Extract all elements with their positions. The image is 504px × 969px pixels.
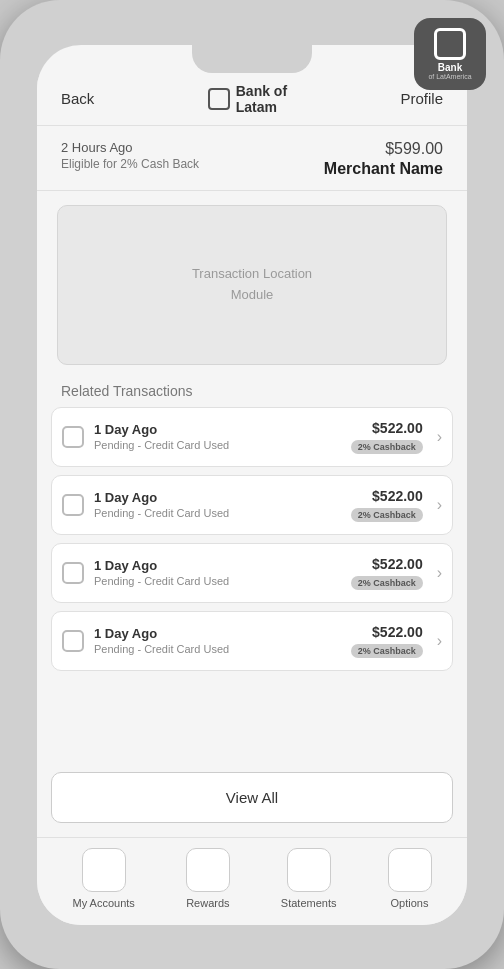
nav-item-options[interactable]: Options [388, 848, 432, 909]
txn-right: $599.00 Merchant Name [324, 140, 443, 178]
td-time: 1 Day Ago [94, 626, 341, 641]
bottom-nav: My Accounts Rewards Statements Options [37, 837, 467, 925]
nav-label: Statements [281, 897, 337, 909]
map-module: Transaction LocationModule [57, 205, 447, 365]
td-badge: 2% Cashback [351, 508, 423, 522]
td-badge: 2% Cashback [351, 440, 423, 454]
txn-left: 2 Hours Ago Eligible for 2% Cash Back [61, 140, 199, 171]
txn-right-col: $522.00 2% Cashback [351, 556, 423, 590]
view-all-wrap: View All [37, 762, 467, 837]
txn-list: 1 Day Ago Pending - Credit Card Used $52… [37, 407, 467, 762]
nav-icon [82, 848, 126, 892]
view-all-button[interactable]: View All [51, 772, 453, 823]
txn-checkbox[interactable] [62, 426, 84, 448]
map-label: Transaction LocationModule [192, 264, 312, 306]
td-status: Pending - Credit Card Used [94, 575, 341, 587]
txn-time: 2 Hours Ago [61, 140, 199, 155]
td-amount: $522.00 [372, 488, 423, 504]
nav-label: Rewards [186, 897, 229, 909]
txn-card[interactable]: 1 Day Ago Pending - Credit Card Used $52… [51, 407, 453, 467]
header: Back Bank of Latam Profile [37, 73, 467, 126]
td-time: 1 Day Ago [94, 558, 341, 573]
txn-card[interactable]: 1 Day Ago Pending - Credit Card Used $52… [51, 475, 453, 535]
profile-button[interactable]: Profile [400, 90, 443, 107]
phone-shell: Bank of LatAmerica Back Bank of Latam Pr… [0, 0, 504, 969]
txn-details: 1 Day Ago Pending - Credit Card Used [94, 626, 341, 655]
td-amount: $522.00 [372, 556, 423, 572]
txn-card[interactable]: 1 Day Ago Pending - Credit Card Used $52… [51, 611, 453, 671]
td-time: 1 Day Ago [94, 490, 341, 505]
nav-icon [287, 848, 331, 892]
header-logo: Bank of Latam [208, 83, 287, 115]
td-time: 1 Day Ago [94, 422, 341, 437]
transaction-info: 2 Hours Ago Eligible for 2% Cash Back $5… [37, 126, 467, 191]
nav-label: My Accounts [73, 897, 135, 909]
txn-details: 1 Day Ago Pending - Credit Card Used [94, 422, 341, 451]
bank-badge-icon [434, 28, 466, 60]
nav-label: Options [391, 897, 429, 909]
txn-card[interactable]: 1 Day Ago Pending - Credit Card Used $52… [51, 543, 453, 603]
nav-item-my-accounts[interactable]: My Accounts [73, 848, 135, 909]
txn-cashback: Eligible for 2% Cash Back [61, 157, 199, 171]
td-status: Pending - Credit Card Used [94, 439, 341, 451]
td-status: Pending - Credit Card Used [94, 643, 341, 655]
bank-badge-sub: of LatAmerica [428, 73, 471, 80]
txn-right-col: $522.00 2% Cashback [351, 624, 423, 658]
chevron-right-icon: › [437, 632, 442, 650]
td-badge: 2% Cashback [351, 644, 423, 658]
chevron-right-icon: › [437, 564, 442, 582]
txn-details: 1 Day Ago Pending - Credit Card Used [94, 558, 341, 587]
section-label: Related Transactions [37, 379, 467, 407]
bank-badge-label: Bank [438, 62, 462, 73]
txn-merchant: Merchant Name [324, 160, 443, 178]
bank-logo-text: Bank of Latam [236, 83, 287, 115]
txn-checkbox[interactable] [62, 630, 84, 652]
chevron-right-icon: › [437, 496, 442, 514]
td-status: Pending - Credit Card Used [94, 507, 341, 519]
bank-badge: Bank of LatAmerica [414, 18, 486, 90]
txn-right-col: $522.00 2% Cashback [351, 488, 423, 522]
phone-screen: Back Bank of Latam Profile 2 Hours Ago E… [37, 45, 467, 925]
txn-amount: $599.00 [324, 140, 443, 158]
chevron-right-icon: › [437, 428, 442, 446]
nav-icon [388, 848, 432, 892]
txn-checkbox[interactable] [62, 494, 84, 516]
td-amount: $522.00 [372, 624, 423, 640]
nav-item-rewards[interactable]: Rewards [186, 848, 230, 909]
txn-checkbox[interactable] [62, 562, 84, 584]
td-amount: $522.00 [372, 420, 423, 436]
back-button[interactable]: Back [61, 90, 94, 107]
txn-details: 1 Day Ago Pending - Credit Card Used [94, 490, 341, 519]
bank-logo-icon [208, 88, 230, 110]
txn-right-col: $522.00 2% Cashback [351, 420, 423, 454]
notch [192, 45, 312, 73]
nav-item-statements[interactable]: Statements [281, 848, 337, 909]
nav-icon [186, 848, 230, 892]
td-badge: 2% Cashback [351, 576, 423, 590]
